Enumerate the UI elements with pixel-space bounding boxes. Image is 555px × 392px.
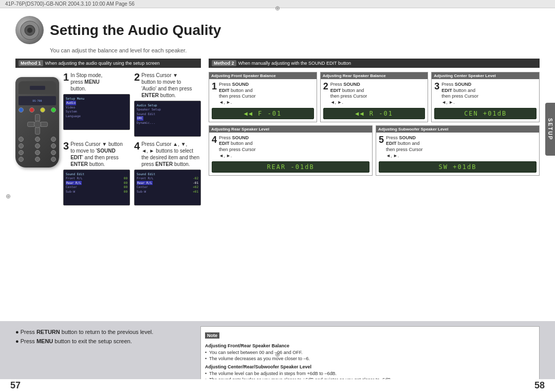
- header-text: 41P-76P(DS700)-GB-NOR 2004.3.10 10:00 AM…: [5, 1, 135, 7]
- center-step-text: Press SOUNDEDIT button andthen press Cur…: [441, 82, 478, 106]
- return-note: ● Press RETURN button to return to the p…: [15, 329, 190, 335]
- page-num-left: 57: [10, 380, 21, 391]
- step2: 2 Press Cursor ▼button to move to'Audio'…: [134, 72, 201, 137]
- subtitle: You can adjust the balance and level for…: [50, 47, 540, 53]
- step1-screen: Setup Menu Audio Video System Language: [63, 94, 130, 130]
- crosshair-bottom: ⊕: [273, 350, 282, 359]
- title-section: Setting the Audio Quality: [15, 16, 540, 44]
- front-lcd: ◀◀ F -01: [212, 108, 314, 119]
- step3-text: Press Cursor ▼ buttonto move to 'SOUNDED…: [70, 141, 123, 167]
- step4-number: 4: [134, 141, 140, 151]
- rear-balance-step-text: Press SOUNDEDIT button andthen press Cur…: [330, 82, 367, 106]
- svg-point-2: [27, 28, 32, 33]
- remote-btn1: [18, 137, 24, 142]
- page-numbers: 57 58: [0, 379, 555, 392]
- front-speaker-header: Adjusting Front Speaker Balance: [209, 72, 317, 79]
- step4: 4 Press Cursor ▲, ▼,◄, ► buttons to sele…: [134, 141, 201, 206]
- front-step-row: 1 Press SOUNDEDIT button andthen press C…: [212, 82, 314, 106]
- step3: 3 Press Cursor ▼ buttonto move to 'SOUND…: [63, 141, 130, 206]
- yellow-btn: [40, 107, 45, 113]
- step3-screen-content: Sound Edit Front R/L00 Rear R/L00 Center…: [64, 170, 130, 205]
- note-section2-title: Adjusting Center/Rear/Subwoofer Speaker …: [205, 364, 535, 369]
- blue-btn: [18, 107, 24, 113]
- center-step-row: 3 Press SOUNDEDIT button andthen press C…: [434, 82, 536, 106]
- front-step-text: Press SOUNDEDIT button andthen press Cur…: [219, 82, 256, 106]
- crosshair-left: ⊕: [4, 192, 12, 200]
- center-speaker-header: Adjusting Center Speaker Level: [432, 72, 539, 79]
- subwoofer-step-num: 5: [379, 135, 384, 144]
- step3-screen: Sound Edit Front R/L00 Rear R/L00 Center…: [63, 170, 130, 206]
- remote-btns-row2: [18, 137, 56, 142]
- step4-text: Press Cursor ▲, ▼,◄, ► buttons to select…: [141, 141, 199, 167]
- remote-btn7: [18, 150, 24, 155]
- method2-badge: Method 2: [212, 60, 236, 66]
- rear-level-box: Adjusting Rear Speaker Level 4 Press SOU…: [209, 125, 373, 176]
- method1-header: Method 1 When adjusting the audio qualit…: [15, 59, 201, 68]
- speaker-icon: [15, 16, 44, 44]
- dpad-center: [34, 121, 41, 128]
- remote-screen: DS-700: [18, 96, 56, 105]
- setup-tab: SETUP: [545, 103, 555, 156]
- rear-level-step-num: 4: [212, 135, 217, 144]
- remote-btn12: [51, 157, 56, 162]
- two-col-layout: Method 1 When adjusting the audio qualit…: [15, 59, 540, 316]
- subwoofer-lcd: SW +01dB: [379, 161, 536, 173]
- red-btn: [29, 107, 34, 113]
- rear-level-lcd: REAR -01dB: [212, 161, 369, 173]
- rear-level-step-text: Press SOUNDEDIT button andthen press Cur…: [219, 135, 256, 159]
- bottom-left: ● Press RETURN button to return to the p…: [15, 326, 190, 344]
- remote-btn4: [18, 143, 24, 148]
- note-label: Note: [205, 332, 219, 339]
- remote-color-btns: [18, 107, 56, 113]
- method2-column: Method 2 When manually adjusting with th…: [209, 59, 540, 316]
- subwoofer-step-row: 5 Press SOUNDEDIT button andthen press C…: [379, 135, 536, 159]
- step2-screen-content: Audio Setup Speaker Setup Sound Edit DRC…: [135, 101, 200, 136]
- rear-balance-box: Adjusting Rear Speaker Balance 2 Press S…: [320, 72, 429, 122]
- step1-text: In Stop mode,press MENUbutton.: [70, 72, 102, 92]
- rear-balance-step-row: 2 Press SOUNDEDIT button andthen press C…: [323, 82, 425, 106]
- front-speaker-box: Adjusting Front Speaker Balance 1 Press …: [209, 72, 317, 122]
- rear-level-header: Adjusting Rear Speaker Level: [209, 126, 372, 133]
- step1: 1 In Stop mode,press MENUbutton. Setup M…: [63, 72, 130, 137]
- rear-balance-lcd: ◀◀ R -01: [323, 108, 425, 119]
- crosshair-top: ⊕: [273, 4, 282, 12]
- remote-btns-row3: [18, 143, 56, 148]
- center-lcd: CEN +01dB: [434, 108, 536, 119]
- step4-screen: Sound Edit Front R/L-02 Rear R/L-01 Cent…: [134, 170, 201, 206]
- rear-level-step-row: 4 Press SOUNDEDIT button andthen press C…: [212, 135, 369, 159]
- remote-btn10: [18, 157, 24, 162]
- step3-number: 3: [63, 141, 69, 151]
- step4-screen-content: Sound Edit Front R/L-02 Rear R/L-01 Cent…: [135, 170, 200, 205]
- rear-balance-header: Adjusting Rear Speaker Balance: [321, 72, 428, 79]
- note-bullet3: The volume level can be adjusted in step…: [205, 370, 535, 377]
- method2-top-grid: Adjusting Front Speaker Balance 1 Press …: [209, 72, 540, 122]
- method1-header-text: When adjusting the audio quality using t…: [45, 61, 160, 66]
- main-content: Setting the Audio Quality You can adjust…: [0, 8, 555, 321]
- remote-btn11: [35, 157, 40, 162]
- remote-btn2: [35, 137, 40, 142]
- remote-control: DS-700: [15, 77, 59, 167]
- subwoofer-box: Adjusting Subwoofer Speaker Level 5 Pres…: [376, 125, 540, 176]
- remote-btn6: [51, 143, 56, 148]
- remote-dpad: [27, 114, 48, 135]
- note-bullet2: The volume decreases as you move closer …: [205, 356, 535, 362]
- remote-top: [18, 81, 56, 94]
- method1-steps: 1 In Stop mode,press MENUbutton. Setup M…: [63, 72, 201, 206]
- menu-note: ● Press MENU button to exit the setup sc…: [15, 338, 190, 344]
- remote-btn5: [35, 143, 40, 148]
- step2-text: Press Cursor ▼button to move to'Audio' a…: [141, 72, 192, 99]
- front-step-num: 1: [212, 82, 217, 91]
- subwoofer-header: Adjusting Subwoofer Speaker Level: [376, 126, 539, 133]
- step2-number: 2: [134, 72, 140, 82]
- center-speaker-box: Adjusting Center Speaker Level 3 Press S…: [431, 72, 540, 122]
- method2-header-text: When manually adjusting with the SOUND E…: [238, 61, 351, 66]
- step1-number: 1: [63, 72, 69, 82]
- dpad-up: [35, 114, 40, 121]
- method2-header: Method 2 When manually adjusting with th…: [209, 59, 540, 68]
- note-section1-title: Adjusting Front/Rear Speaker Balance: [205, 343, 535, 348]
- center-step-num: 3: [434, 82, 439, 91]
- method2-bottom-grid: Adjusting Rear Speaker Level 4 Press SOU…: [209, 125, 540, 176]
- remote-btns-row4: [18, 150, 56, 155]
- dpad-left: [27, 122, 34, 127]
- method1-badge: Method 1: [18, 60, 43, 66]
